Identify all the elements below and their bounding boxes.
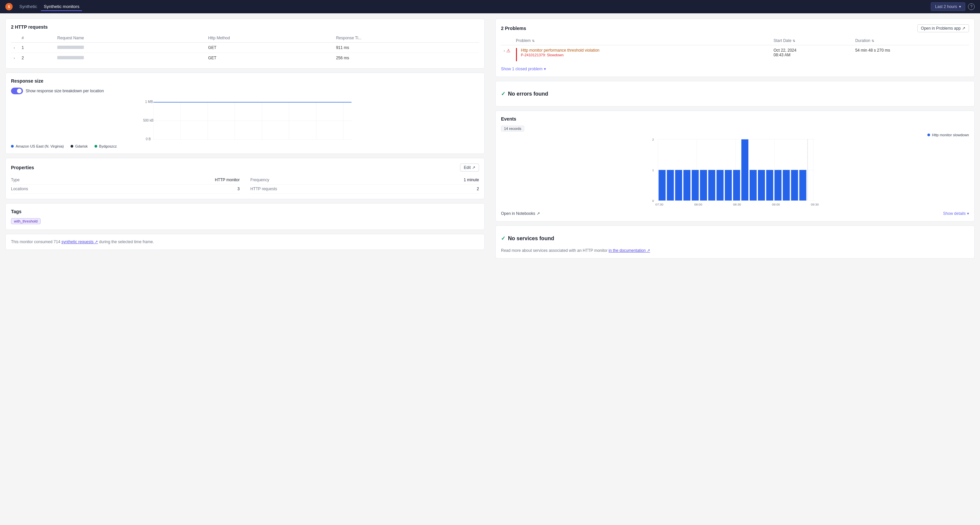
- bar: [683, 170, 690, 201]
- show-details-button[interactable]: Show details ▾: [943, 211, 969, 216]
- chart-svg: 1 MB 500 kB 0 B: [11, 98, 479, 142]
- nav-synthetic[interactable]: Synthetic: [17, 3, 40, 11]
- expand-icon[interactable]: ›: [14, 46, 15, 49]
- bar: [717, 170, 724, 201]
- problem-start-date: Oct 22, 2024 08:43 AM: [771, 45, 853, 64]
- svg-text:500 kB: 500 kB: [143, 119, 153, 122]
- events-chart-wrapper: 14 records Http monitor slowdown 2 1 0: [501, 126, 969, 209]
- topbar-left: S Synthetic Synthetic monitors: [5, 3, 82, 11]
- footer-text-before: This monitor consumed 714: [11, 239, 61, 244]
- tags-card: Tags with_threshold: [5, 203, 485, 230]
- check-icon: ✓: [501, 235, 505, 241]
- alert-icon: ⚠: [506, 48, 511, 53]
- bar: [675, 170, 682, 201]
- topbar-logo: S: [5, 3, 13, 10]
- synthetic-requests-link[interactable]: synthetic requests ↗: [61, 239, 98, 244]
- external-link-icon: ↗: [472, 165, 476, 170]
- col-response-time: Response Ti...: [333, 34, 479, 43]
- no-services-description: Read more about services associated with…: [501, 248, 969, 253]
- bar: [659, 170, 665, 201]
- external-link-icon: ↗: [647, 248, 650, 253]
- svg-text:0: 0: [652, 199, 654, 203]
- bar: [775, 170, 781, 201]
- status-bar: [516, 48, 517, 61]
- events-legend: Http monitor slowdown: [928, 133, 969, 137]
- tag-item[interactable]: with_threshold: [11, 218, 41, 224]
- bar: [708, 170, 715, 201]
- col-method: Http Method: [205, 34, 333, 43]
- external-link-icon: ↗: [536, 211, 540, 216]
- right-panel: 2 Problems Open in Problems app ↗ Proble…: [490, 13, 980, 525]
- footer-text-after: during the selected time frame.: [98, 239, 154, 244]
- req-name: [55, 43, 205, 53]
- properties-rows: Type HTTP monitor Frequency 1 minute Loc…: [11, 176, 479, 193]
- response-size-title: Response size: [11, 78, 479, 84]
- chevron-down-icon: ▾: [959, 4, 961, 9]
- svg-text:09:30: 09:30: [811, 203, 819, 206]
- legend-label: Amazon US East (N. Virginia): [16, 144, 64, 148]
- expand-icon[interactable]: ›: [504, 49, 505, 53]
- open-notebooks-button[interactable]: Open in Notebooks ↗: [501, 211, 540, 216]
- col-expand-header: [501, 36, 513, 45]
- sort-icon: ⇅: [872, 39, 874, 43]
- external-link-icon: ↗: [962, 26, 966, 30]
- main-layout: 2 HTTP requests # Request Name Http Meth…: [0, 13, 980, 525]
- chevron-down-icon: ▾: [544, 67, 546, 71]
- legend-dot: [11, 145, 14, 148]
- topbar-right: Last 2 hours ▾ ?: [931, 2, 975, 11]
- svg-text:0 B: 0 B: [146, 137, 151, 141]
- toggle-label: Show response size breakdown per locatio…: [25, 89, 104, 93]
- bar: [799, 170, 806, 201]
- problem-duration: 54 min 48 s 270 ms: [853, 45, 969, 64]
- toggle-row: Show response size breakdown per locatio…: [11, 88, 479, 94]
- events-chart-area: Http monitor slowdown 2 1 0: [501, 134, 969, 209]
- tags-title: Tags: [11, 209, 479, 214]
- edit-button[interactable]: Edit ↗: [460, 164, 479, 172]
- check-icon: ✓: [501, 91, 505, 97]
- properties-card: Properties Edit ↗ Type HTTP monitor Freq…: [5, 158, 485, 199]
- req-method: GET: [205, 53, 333, 63]
- open-problems-button[interactable]: Open in Problems app ↗: [918, 24, 969, 32]
- svg-text:2: 2: [652, 137, 654, 141]
- external-link-icon: ↗: [94, 239, 98, 244]
- svg-text:1 MB: 1 MB: [145, 100, 153, 104]
- req-num: 2: [19, 53, 55, 63]
- http-requests-table: # Request Name Http Method Response Ti..…: [11, 34, 479, 63]
- expand-icon[interactable]: ›: [14, 56, 15, 60]
- topbar-nav: Synthetic Synthetic monitors: [17, 3, 82, 11]
- req-method: GET: [205, 43, 333, 53]
- legend-label: Gdańsk: [75, 144, 88, 148]
- events-title: Events: [501, 116, 969, 121]
- bar: [749, 170, 757, 201]
- bar: [783, 170, 790, 201]
- svg-text:08:00: 08:00: [694, 203, 702, 206]
- http-requests-title: 2 HTTP requests: [11, 24, 479, 30]
- legend-label: Bydgoszcz: [99, 144, 117, 148]
- prop-frequency: Frequency 1 minute: [250, 176, 479, 185]
- problem-link[interactable]: Http monitor performance threshold viola…: [521, 48, 600, 53]
- footer-card: This monitor consumed 714 synthetic requ…: [5, 234, 485, 250]
- time-range-button[interactable]: Last 2 hours ▾: [931, 2, 966, 11]
- nav-synthetic-monitors[interactable]: Synthetic monitors: [41, 3, 82, 11]
- http-requests-card: 2 HTTP requests # Request Name Http Meth…: [5, 19, 485, 69]
- footer-note: This monitor consumed 714 synthetic requ…: [11, 239, 479, 244]
- svg-text:09:00: 09:00: [772, 203, 780, 206]
- legend-dot: [71, 145, 73, 148]
- prop-http-requests: HTTP requests 2: [250, 185, 479, 193]
- col-num: #: [19, 34, 55, 43]
- col-startdate-header: Start Date ⇅: [771, 36, 853, 45]
- req-response: 256 ms: [333, 53, 479, 63]
- show-closed-button[interactable]: Show 1 closed problem ▾: [501, 67, 969, 71]
- sort-icon: ⇅: [532, 39, 535, 43]
- props-row-1: Type HTTP monitor Frequency 1 minute: [11, 176, 479, 185]
- properties-title: Properties: [11, 165, 34, 170]
- sort-icon: ⇅: [792, 39, 795, 43]
- documentation-link[interactable]: in the documentation ↗: [609, 248, 650, 253]
- topbar: S Synthetic Synthetic monitors Last 2 ho…: [0, 0, 980, 13]
- response-size-card: Response size Show response size breakdo…: [5, 73, 485, 154]
- help-icon[interactable]: ?: [968, 3, 975, 10]
- breakdown-toggle[interactable]: [11, 88, 23, 94]
- bar: [791, 170, 798, 201]
- events-card: Events 14 records Http monitor slowdown …: [495, 110, 975, 222]
- bar: [725, 170, 732, 201]
